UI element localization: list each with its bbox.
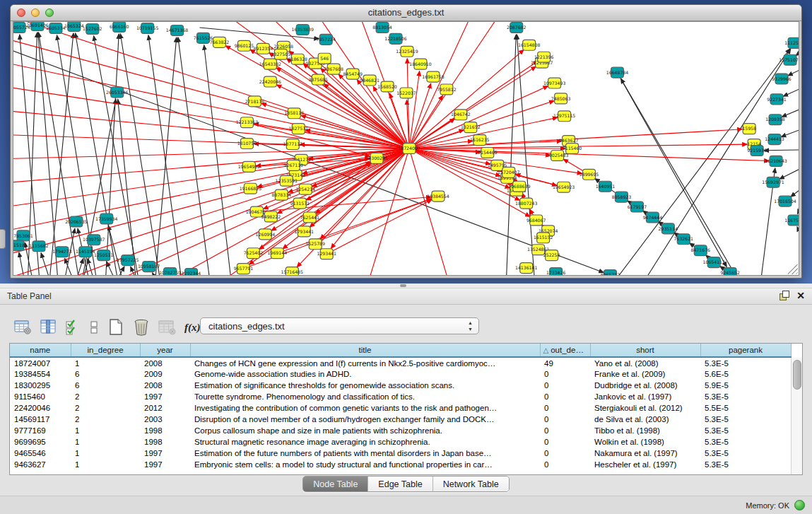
citation-node-yellow[interactable]: 12975115 bbox=[553, 111, 575, 122]
cell-out_degree[interactable]: 0 bbox=[540, 368, 590, 380]
cell-short[interactable]: Stergiakouli et al. (2012) bbox=[590, 402, 700, 414]
citation-node-teal[interactable]: 3915181 bbox=[13, 240, 28, 251]
citation-node-yellow[interactable]: 2718176 bbox=[245, 96, 265, 107]
citation-edge-black[interactable] bbox=[783, 89, 799, 96]
cell-out_degree[interactable]: 0 bbox=[540, 402, 590, 414]
citation-edge-black[interactable] bbox=[781, 130, 799, 136]
cell-pagerank[interactable]: 5.3E-5 bbox=[700, 357, 791, 368]
citation-node-teal[interactable]: 8965212 bbox=[601, 270, 620, 276]
cell-out_degree[interactable]: 0 bbox=[540, 391, 590, 402]
citation-node-teal[interactable]: 10719155 bbox=[136, 23, 158, 33]
citation-edge-black[interactable] bbox=[764, 150, 799, 151]
citation-edge-red[interactable] bbox=[409, 148, 451, 276]
cell-in_degree[interactable]: 1 bbox=[71, 448, 140, 459]
citation-node-yellow[interactable]: 12213363 bbox=[236, 117, 258, 128]
cell-title[interactable]: Changes of HCN gene expression and I(f) … bbox=[190, 357, 540, 368]
citation-node-teal[interactable]: 7632621 bbox=[674, 234, 694, 245]
citation-edge-black[interactable] bbox=[73, 259, 83, 276]
new-table-icon[interactable] bbox=[107, 318, 124, 337]
cell-name[interactable]: 9777169 bbox=[10, 425, 71, 436]
citation-node-teal[interactable]: 12218506 bbox=[384, 33, 406, 44]
tab-node-table[interactable]: Node Table bbox=[303, 477, 367, 491]
citation-node-teal[interactable]: 7853061 bbox=[13, 230, 33, 241]
cell-year[interactable]: 2008 bbox=[140, 357, 190, 368]
cell-year[interactable]: 1997 bbox=[140, 448, 190, 459]
table-row[interactable]: 969969511998Structural magnetic resonanc… bbox=[10, 436, 791, 448]
citation-node-teal[interactable]: 16648784 bbox=[606, 67, 628, 78]
cell-name[interactable]: 18300295 bbox=[10, 380, 71, 391]
citation-node-yellow[interactable]: 18640910 bbox=[409, 59, 431, 69]
resize-grip-icon[interactable] bbox=[788, 264, 798, 274]
cell-year[interactable]: 2012 bbox=[140, 402, 190, 414]
citation-node-yellow[interactable]: 1810755 bbox=[237, 139, 257, 149]
cell-short[interactable]: Franke et al. (2009) bbox=[590, 368, 700, 380]
citation-edge-black[interactable] bbox=[204, 45, 233, 276]
citation-node-yellow[interactable]: 9154469 bbox=[478, 148, 498, 158]
cell-title[interactable]: Genome-wide association studies in ADHD. bbox=[190, 368, 540, 380]
citation-node-teal[interactable]: 1527602 bbox=[83, 23, 102, 34]
memory-ok-indicator-icon[interactable] bbox=[794, 500, 805, 510]
citation-edge-black[interactable] bbox=[112, 267, 124, 276]
citation-node-teal[interactable]: 1250511 bbox=[94, 250, 114, 261]
cell-pagerank[interactable]: 5.3E-5 bbox=[700, 391, 791, 402]
citation-node-teal[interactable]: 8813054 bbox=[372, 22, 392, 33]
citation-node-teal[interactable]: 17016504 bbox=[774, 196, 796, 206]
citation-node-yellow[interactable]: 9860125 bbox=[235, 40, 254, 51]
citation-node-yellow[interactable]: 12325419 bbox=[396, 46, 418, 57]
citation-node-yellow[interactable]: 1522037 bbox=[396, 88, 416, 98]
citation-edge-black[interactable] bbox=[797, 227, 799, 230]
tab-network-table[interactable]: Network Table bbox=[433, 477, 509, 491]
cell-short[interactable]: de Silva et al. (2003) bbox=[590, 414, 700, 425]
cell-pagerank[interactable]: 5.6E-5 bbox=[700, 368, 791, 380]
unselect-all-icon[interactable] bbox=[88, 319, 100, 336]
cell-title[interactable]: Investigating the contribution of common… bbox=[190, 402, 540, 414]
citation-node-teal[interactable]: 1065324 bbox=[64, 22, 84, 31]
cell-year[interactable]: 2003 bbox=[140, 414, 190, 425]
citation-node-yellow[interactable]: 9846821 bbox=[360, 75, 379, 86]
window-titlebar[interactable]: citations_edges.txt bbox=[11, 5, 801, 21]
network-canvas[interactable]: 1872400718300295193845547663822986012589… bbox=[13, 21, 799, 276]
cell-in_degree[interactable]: 2 bbox=[71, 402, 140, 414]
cell-title[interactable]: Estimation of the future numbers of pati… bbox=[190, 448, 540, 459]
citation-node-yellow[interactable]: 16543382 bbox=[259, 59, 281, 69]
citation-node-teal[interactable]: 6966160 bbox=[110, 22, 129, 32]
citation-node-yellow[interactable]: 9657791 bbox=[234, 264, 254, 274]
citation-node-teal[interactable]: 16210643 bbox=[765, 156, 787, 166]
citation-node-teal[interactable]: 1209358 bbox=[765, 115, 785, 125]
citation-node-yellow[interactable]: 1877117 bbox=[283, 139, 303, 150]
cell-pagerank[interactable]: 5.3E-5 bbox=[700, 448, 791, 459]
citation-node-yellow[interactable]: 546 bbox=[318, 53, 331, 64]
cell-title[interactable]: Embryonic stem cells: a model to study s… bbox=[190, 459, 540, 470]
citation-node-teal[interactable]: 17359934 bbox=[95, 214, 117, 224]
citation-node-teal[interactable]: 2087682 bbox=[507, 22, 526, 33]
table-row[interactable]: 1872400712008Changes of HCN gene express… bbox=[10, 357, 791, 368]
cell-year[interactable]: 1997 bbox=[140, 391, 190, 402]
function-builder-icon[interactable]: f(x) bbox=[184, 322, 201, 334]
citation-edge-red[interactable] bbox=[13, 148, 409, 276]
citation-edge-black[interactable] bbox=[620, 78, 743, 276]
citation-node-yellow[interactable]: 19654923 bbox=[553, 182, 575, 192]
table-selector[interactable]: citations_edges.txt ▲▼ bbox=[200, 317, 479, 334]
citation-node-teal[interactable]: 8471676 bbox=[691, 245, 711, 256]
cell-name[interactable]: 9463627 bbox=[10, 459, 71, 470]
citation-edge-black[interactable] bbox=[782, 110, 799, 117]
citation-node-yellow[interactable]: 1858118 bbox=[285, 108, 305, 119]
cell-short[interactable]: Dudbridge et al. (2008) bbox=[590, 380, 700, 391]
delete-table-icon[interactable] bbox=[132, 318, 151, 337]
citation-node-teal[interactable]: 26053346 bbox=[106, 87, 128, 98]
cell-name[interactable]: 18724007 bbox=[10, 357, 71, 368]
table-row[interactable]: 1830029562008Estimation of significance … bbox=[10, 380, 791, 391]
citation-node-yellow[interactable]: 16154808 bbox=[518, 40, 540, 50]
citation-node-teal[interactable]: 1112543 bbox=[784, 37, 799, 48]
cell-in_degree[interactable]: 6 bbox=[71, 380, 140, 391]
citation-edge-black[interactable] bbox=[118, 99, 137, 276]
citation-node-teal[interactable]: 1292344 bbox=[182, 269, 201, 276]
citation-edge-red[interactable] bbox=[13, 134, 409, 148]
cell-title[interactable]: Corpus callosum shape and size in male p… bbox=[190, 425, 540, 436]
citation-edge-black[interactable] bbox=[108, 226, 124, 276]
citation-node-teal[interactable]: 7857224 bbox=[316, 34, 336, 45]
citation-edge-black[interactable] bbox=[779, 170, 799, 179]
cell-in_degree[interactable]: 1 bbox=[71, 436, 140, 448]
citation-node-yellow[interactable]: 10025483 bbox=[546, 150, 568, 160]
cell-in_degree[interactable]: 1 bbox=[71, 357, 140, 368]
